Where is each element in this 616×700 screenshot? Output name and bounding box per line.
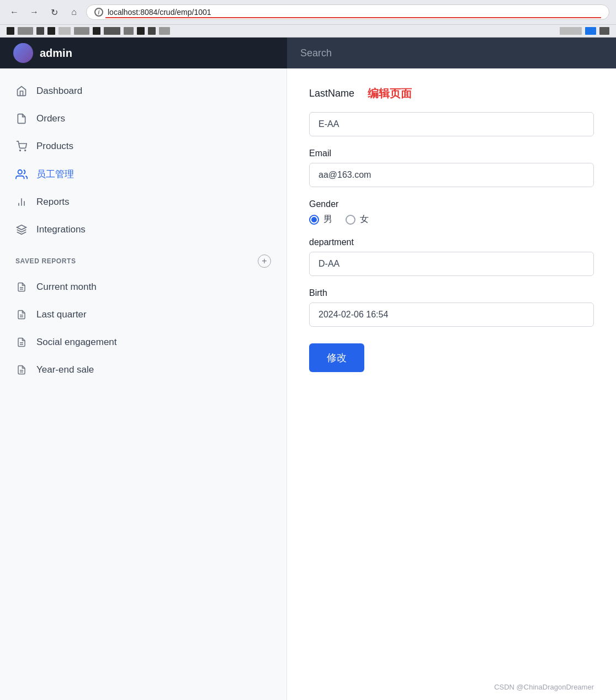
home-button[interactable]: ⌂ xyxy=(66,4,82,20)
bookmark-5 xyxy=(59,27,71,35)
home-icon xyxy=(15,85,28,97)
radio-male-circle xyxy=(309,215,319,225)
bookmark-ext2 xyxy=(585,27,596,35)
bookmarks-bar xyxy=(0,25,616,38)
address-bar[interactable]: i localhost:8084/crud/emp/1001 xyxy=(86,4,609,20)
birth-label: Birth xyxy=(309,288,594,298)
header-search[interactable]: Search xyxy=(287,38,616,68)
content-footer: CSDN @ChinaDragonDreamer xyxy=(287,674,616,700)
report-doc-icon-2 xyxy=(15,309,28,321)
bookmark-10 xyxy=(137,27,145,35)
header-brand: admin xyxy=(0,38,287,68)
layers-icon xyxy=(15,224,28,236)
year-end-sale-label: Year-end sale xyxy=(36,364,94,375)
bookmark-6 xyxy=(74,27,89,35)
submit-button[interactable]: 修改 xyxy=(309,343,364,372)
sidebar: Dashboard Orders xyxy=(0,68,287,700)
employees-label: 员工管理 xyxy=(36,168,74,181)
sidebar-item-employees[interactable]: 员工管理 xyxy=(0,160,286,188)
svg-point-2 xyxy=(18,169,22,173)
sidebar-item-orders[interactable]: Orders xyxy=(0,105,286,132)
current-month-label: Current month xyxy=(36,282,97,293)
birth-input[interactable] xyxy=(309,303,594,327)
bookmark-7 xyxy=(93,27,100,35)
back-button[interactable]: ← xyxy=(7,4,22,20)
lastname-field xyxy=(309,112,594,136)
users-icon xyxy=(15,168,28,181)
orders-label: Orders xyxy=(36,113,65,124)
integrations-label: Integrations xyxy=(36,224,86,235)
svg-point-0 xyxy=(20,150,21,151)
report-doc-icon-3 xyxy=(15,336,28,348)
last-quarter-label: Last quarter xyxy=(36,309,87,320)
department-field: department xyxy=(309,237,594,276)
add-report-button[interactable]: + xyxy=(258,254,271,268)
url-underline xyxy=(105,17,601,18)
reload-button[interactable]: ↻ xyxy=(46,4,62,20)
lastname-field-label: LastName xyxy=(309,88,354,99)
svg-point-1 xyxy=(25,150,26,151)
sidebar-item-reports[interactable]: Reports xyxy=(0,188,286,216)
email-field: Email xyxy=(309,149,594,187)
email-label: Email xyxy=(309,149,594,158)
chart-icon xyxy=(15,196,28,208)
brand-name: admin xyxy=(40,47,72,60)
bookmark-12 xyxy=(159,27,170,35)
bookmark-ext1 xyxy=(560,27,582,35)
sidebar-item-year-end-sale[interactable]: Year-end sale xyxy=(0,356,286,384)
gender-female-option[interactable]: 女 xyxy=(346,214,369,225)
svg-marker-6 xyxy=(17,225,26,230)
sidebar-item-dashboard[interactable]: Dashboard xyxy=(0,77,286,105)
url-text: localhost:8084/crud/emp/1001 xyxy=(108,8,601,17)
report-doc-icon-4 xyxy=(15,364,28,376)
report-doc-icon-1 xyxy=(15,281,28,293)
app-header: admin Search xyxy=(0,38,616,68)
lastname-input[interactable] xyxy=(309,112,594,136)
reports-label: Reports xyxy=(36,197,70,208)
saved-reports-header: SAVED REPORTS + xyxy=(0,243,286,273)
sidebar-item-products[interactable]: Products xyxy=(0,132,286,160)
gender-male-label: 男 xyxy=(323,214,332,225)
bookmark-9 xyxy=(124,27,134,35)
bookmark-1 xyxy=(7,27,14,35)
gender-female-label: 女 xyxy=(360,214,369,225)
app-wrapper: admin Search Dashboard xyxy=(0,38,616,700)
forward-button[interactable]: → xyxy=(26,4,42,20)
bookmark-ext3 xyxy=(599,27,609,35)
radio-female-circle xyxy=(346,215,355,225)
department-label: department xyxy=(309,237,594,247)
browser-chrome: ← → ↻ ⌂ i localhost:8084/crud/emp/1001 xyxy=(0,0,616,25)
document-icon xyxy=(15,113,28,125)
content-area: LastName 编辑页面 Email Gender xyxy=(287,68,616,674)
bookmark-2 xyxy=(18,27,33,35)
email-input[interactable] xyxy=(309,163,594,187)
gender-field: Gender 男 女 xyxy=(309,199,594,225)
brand-logo xyxy=(13,43,33,63)
bookmark-4 xyxy=(47,27,55,35)
products-label: Products xyxy=(36,141,73,152)
bookmark-8 xyxy=(104,27,120,35)
gender-male-option[interactable]: 男 xyxy=(309,214,332,225)
bookmark-3 xyxy=(36,27,44,35)
gender-options: 男 女 xyxy=(309,214,594,225)
sidebar-item-last-quarter[interactable]: Last quarter xyxy=(0,301,286,328)
cart-icon xyxy=(15,140,28,152)
search-placeholder: Search xyxy=(300,47,332,59)
birth-field: Birth xyxy=(309,288,594,327)
info-icon: i xyxy=(94,8,103,17)
form-header: LastName 编辑页面 xyxy=(309,86,594,101)
footer-credit: CSDN @ChinaDragonDreamer xyxy=(494,683,594,691)
main-layout: Dashboard Orders xyxy=(0,68,616,700)
department-input[interactable] xyxy=(309,252,594,276)
social-engagement-label: Social engagement xyxy=(36,337,117,348)
sidebar-item-current-month[interactable]: Current month xyxy=(0,273,286,301)
radio-male-inner xyxy=(311,217,317,222)
sidebar-item-integrations[interactable]: Integrations xyxy=(0,216,286,243)
sidebar-item-social-engagement[interactable]: Social engagement xyxy=(0,328,286,356)
edit-page-title: 编辑页面 xyxy=(368,86,412,101)
dashboard-label: Dashboard xyxy=(36,86,82,97)
saved-reports-title: SAVED REPORTS xyxy=(15,257,76,265)
bookmark-11 xyxy=(148,27,156,35)
gender-label: Gender xyxy=(309,199,594,209)
